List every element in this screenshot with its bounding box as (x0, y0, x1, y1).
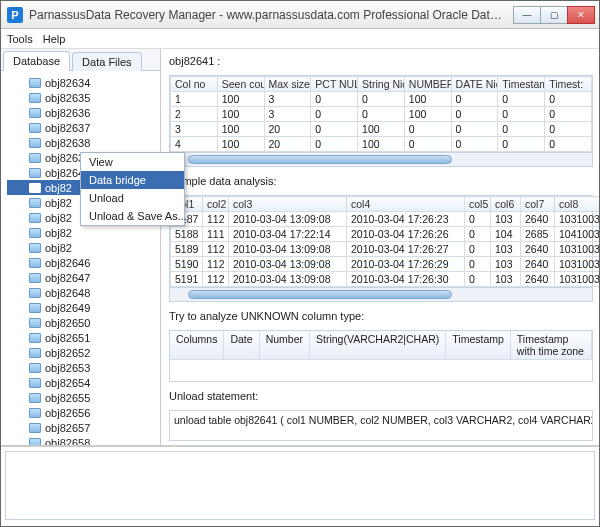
minimize-button[interactable]: — (513, 6, 541, 24)
tree-item[interactable]: obj82650 (7, 315, 160, 330)
tree-item[interactable]: obj82657 (7, 420, 160, 435)
cell: 1041003041545 (555, 227, 600, 242)
column-header[interactable]: Max size (264, 77, 311, 92)
coltype-header[interactable]: Columns (170, 331, 224, 359)
tree-item[interactable]: obj82654 (7, 375, 160, 390)
table-row[interactable]: 2100300100000 (171, 107, 592, 122)
column-header[interactable]: Col no (171, 77, 218, 92)
table-row[interactable]: 41002001000000 (171, 137, 592, 152)
column-header[interactable]: col4 (347, 197, 465, 212)
column-header[interactable]: DATE Nice (451, 77, 498, 92)
tree-item[interactable]: obj82634 (7, 75, 160, 90)
tree-item[interactable]: obj82658 (7, 435, 160, 445)
context-menu-item[interactable]: Unload (81, 189, 184, 207)
table-row[interactable]: 51911122010-03-04 13:09:082010-03-04 17:… (171, 272, 600, 287)
stats-scrollbar[interactable] (170, 152, 592, 166)
tab-datafiles[interactable]: Data Files (72, 52, 142, 71)
cell: 100 (217, 122, 264, 137)
tree-item[interactable]: obj82648 (7, 285, 160, 300)
cell: 1031003041528 (555, 257, 600, 272)
table-row[interactable]: 51871122010-03-04 13:09:082010-03-04 17:… (171, 212, 600, 227)
tree-item[interactable]: obj82 (7, 240, 160, 255)
tab-strip: Database Data Files (1, 49, 160, 71)
cell: 1031003041528 (555, 272, 600, 287)
cell: 2640 (521, 242, 555, 257)
column-header[interactable]: Timestamp Nice (498, 77, 545, 92)
context-menu-item[interactable]: Data bridge (81, 171, 184, 189)
column-header[interactable]: String Nice (358, 77, 405, 92)
tree-item-label: obj82648 (45, 287, 90, 299)
tree-item-label: obj82646 (45, 257, 90, 269)
column-header[interactable]: col3 (229, 197, 347, 212)
app-icon: P (7, 7, 23, 23)
close-button[interactable]: ✕ (567, 6, 595, 24)
cell: 0 (465, 227, 491, 242)
coltype-header[interactable]: Timestamp with time zone (511, 331, 592, 359)
cell: 20 (264, 122, 311, 137)
column-header[interactable]: col8 (555, 197, 600, 212)
context-menu-item[interactable]: Unload & Save As... (81, 207, 184, 225)
coltype-header[interactable]: Date (224, 331, 259, 359)
table-row[interactable]: 51881112010-03-04 17:22:142010-03-04 17:… (171, 227, 600, 242)
cell: 0 (465, 272, 491, 287)
log-area[interactable] (5, 451, 595, 520)
cell: 0 (358, 92, 405, 107)
coltype-header[interactable]: String(VARCHAR2|CHAR) (310, 331, 446, 359)
cell: 103 (491, 212, 521, 227)
tree-item[interactable]: obj82652 (7, 345, 160, 360)
tree-item-label: obj82647 (45, 272, 90, 284)
menu-tools[interactable]: Tools (7, 33, 33, 45)
table-icon (29, 423, 41, 433)
tab-database[interactable]: Database (3, 51, 70, 71)
tree-item[interactable]: obj82638 (7, 135, 160, 150)
column-header[interactable]: col5 (465, 197, 491, 212)
cell: 0 (404, 122, 451, 137)
sample-scrollbar[interactable] (170, 287, 592, 301)
tree-item[interactable]: obj82653 (7, 360, 160, 375)
tree-item[interactable]: obj82651 (7, 330, 160, 345)
right-panel: obj82641 : Col noSeen countMax sizePCT N… (161, 49, 599, 445)
context-menu[interactable]: ViewData bridgeUnloadUnload & Save As... (80, 152, 185, 226)
stats-grid[interactable]: Col noSeen countMax sizePCT NULString Ni… (170, 76, 592, 152)
titlebar: P ParnassusData Recovery Manager - www.p… (1, 1, 599, 29)
tree-item[interactable]: obj82 (7, 225, 160, 240)
table-row[interactable]: 31002001000000 (171, 122, 592, 137)
tree-item[interactable]: obj82649 (7, 300, 160, 315)
table-row[interactable]: 51901122010-03-04 13:09:082010-03-04 17:… (171, 257, 600, 272)
unload-statement[interactable]: unload table obj82641 ( col1 NUMBER, col… (169, 410, 593, 441)
coltype-header[interactable]: Timestamp (446, 331, 511, 359)
column-header[interactable]: col2 (203, 197, 229, 212)
column-header[interactable]: Timest: (545, 77, 592, 92)
tree-item-label: obj82 (45, 227, 72, 239)
cell: 103 (491, 257, 521, 272)
tree-item-label: obj82635 (45, 92, 90, 104)
maximize-button[interactable]: ▢ (540, 6, 568, 24)
table-row[interactable]: 51891122010-03-04 13:09:082010-03-04 17:… (171, 242, 600, 257)
tree-item-label: obj82658 (45, 437, 90, 446)
context-menu-item[interactable]: View (81, 153, 184, 171)
column-header[interactable]: NUMBER Nice (404, 77, 451, 92)
tree-item[interactable]: obj82635 (7, 90, 160, 105)
tree-item[interactable]: obj82647 (7, 270, 160, 285)
tree-item[interactable]: obj82646 (7, 255, 160, 270)
table-row[interactable]: 1100300100000 (171, 92, 592, 107)
cell: 0 (545, 137, 592, 152)
coltype-header[interactable]: Number (260, 331, 310, 359)
tree-item[interactable]: obj82637 (7, 120, 160, 135)
cell: 20 (264, 137, 311, 152)
menu-help[interactable]: Help (43, 33, 66, 45)
table-icon (29, 228, 41, 238)
column-header[interactable]: PCT NUL (311, 77, 358, 92)
cell: 0 (545, 92, 592, 107)
cell: 112 (203, 272, 229, 287)
column-header[interactable]: col6 (491, 197, 521, 212)
tree-item[interactable]: obj82655 (7, 390, 160, 405)
tree-item[interactable]: obj82636 (7, 105, 160, 120)
column-header[interactable]: col7 (521, 197, 555, 212)
object-tree[interactable]: obj82634obj82635obj82636obj82637obj82638… (1, 71, 160, 445)
cell: 100 (358, 122, 405, 137)
cell: 0 (311, 137, 358, 152)
column-header[interactable]: Seen count (217, 77, 264, 92)
tree-item[interactable]: obj82656 (7, 405, 160, 420)
sample-grid[interactable]: col1col2col3col4col5col6col7col8col95187… (170, 196, 599, 287)
